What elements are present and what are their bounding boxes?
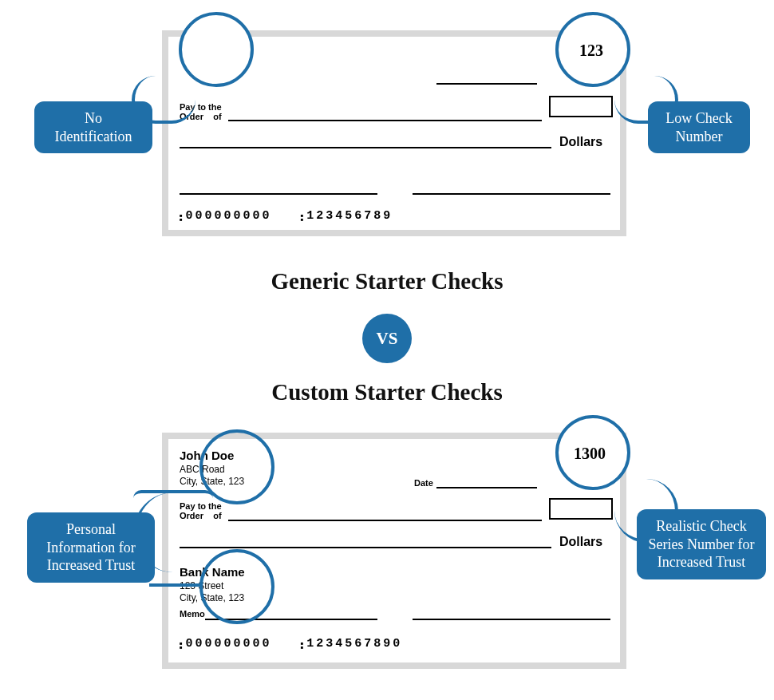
dollars-label: Dollars (559, 535, 602, 549)
diagram-canvas: 123 Pay to the Order of Dollars ■■000000… (0, 0, 774, 700)
label-no-identification-text: No Identification (55, 110, 132, 144)
micr-account: 1234567890 (306, 637, 402, 651)
label-realistic-number: Realistic Check Series Number for Increa… (637, 509, 766, 579)
callout-circle-bank (199, 549, 274, 624)
vs-badge: VS (362, 314, 412, 363)
date-line (436, 487, 537, 488)
dollars-line (180, 147, 551, 148)
micr-routing: 000000000 (186, 209, 272, 223)
heading-custom: Custom Starter Checks (0, 379, 774, 405)
dollars-label: Dollars (559, 135, 602, 149)
memo-label: Memo (180, 609, 205, 619)
vs-text: VS (377, 329, 398, 349)
micr-line: ■■000000000 ■■123456789 (180, 209, 393, 223)
label-realistic-number-text: Realistic Check Series Number for Increa… (649, 518, 755, 570)
signature-line (413, 193, 610, 195)
label-personal-info: Personal Information for Increased Trust (27, 512, 155, 583)
micr-routing: 000000000 (186, 637, 272, 651)
label-low-check-number: Low Check Number (648, 101, 750, 153)
connector-name-top (133, 490, 213, 506)
signature-line (413, 619, 610, 620)
amount-box (549, 498, 613, 520)
micr-line: ■■000000000 ■■1234567890 (180, 637, 402, 651)
memo-line (180, 193, 377, 195)
amount-box (549, 96, 613, 117)
callout-circle-no-id (179, 12, 254, 87)
date-label: Date (414, 478, 433, 488)
date-line (436, 83, 537, 85)
connector-bank-h (149, 583, 200, 587)
label-low-check-number-text: Low Check Number (665, 110, 732, 144)
micr-account: 123456789 (306, 209, 393, 223)
heading-generic: Generic Starter Checks (0, 268, 774, 295)
payto-line (228, 120, 542, 121)
label-no-identification: No Identification (34, 101, 152, 153)
dollars-line (180, 547, 551, 548)
custom-check-number-overlay: 1300 (574, 445, 606, 463)
generic-check-number-overlay: 123 (579, 42, 603, 60)
label-personal-info-text: Personal Information for Increased Trust (46, 521, 135, 573)
payto-line (228, 520, 542, 521)
